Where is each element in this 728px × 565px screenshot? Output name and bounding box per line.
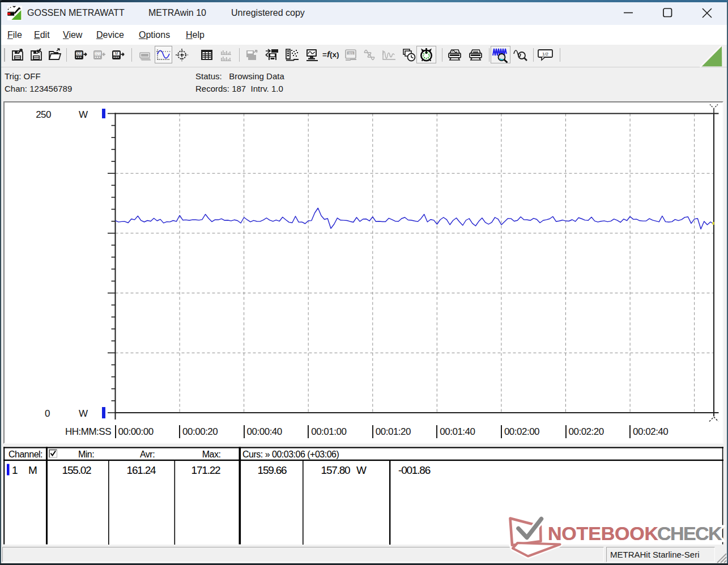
svg-text:NOTEBOOK: NOTEBOOK	[548, 523, 658, 544]
svg-text:CHECK: CHECK	[657, 523, 722, 544]
